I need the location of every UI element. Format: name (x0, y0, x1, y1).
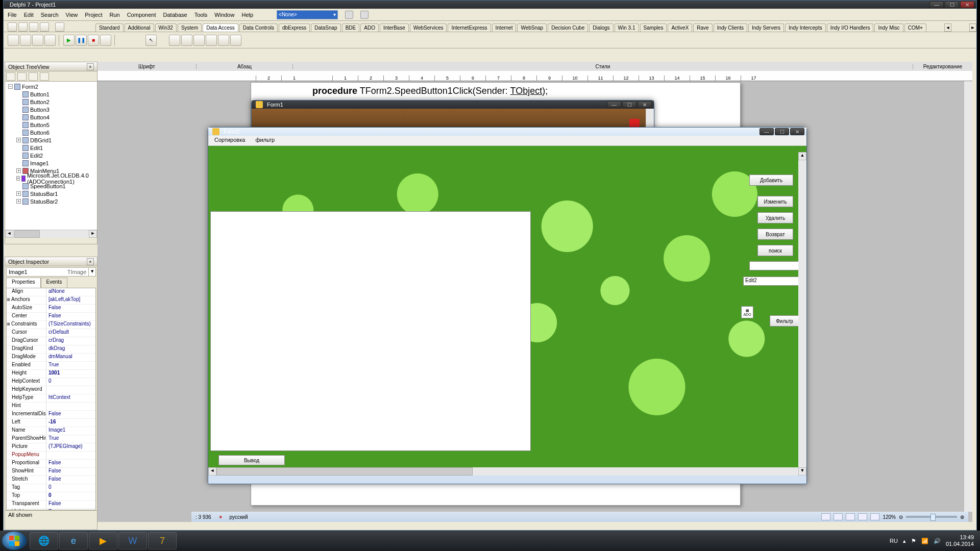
property-row[interactable]: Anchors[akLeft,akTop] (7, 296, 95, 305)
tool-new-unit[interactable] (20, 35, 31, 46)
property-row[interactable]: Tag0 (7, 484, 95, 492)
form1-minimize[interactable]: — (607, 101, 621, 108)
tray-lang[interactable]: RU (890, 538, 898, 544)
tree-node[interactable]: Button1 (6, 90, 96, 98)
tool-open[interactable] (18, 22, 28, 32)
step-button[interactable] (100, 35, 111, 46)
menu-file[interactable]: File (8, 12, 17, 18)
tool-new[interactable] (8, 22, 17, 32)
property-row[interactable]: DragModedmManual (7, 354, 95, 362)
tool-help[interactable] (55, 22, 64, 32)
palette-tab[interactable]: Standard (95, 23, 124, 32)
palette-tab[interactable]: Indy Intercepts (785, 23, 826, 32)
property-row[interactable]: Picture(TJPEGImage) (7, 443, 95, 452)
form2-maximize[interactable]: ☐ (775, 128, 789, 135)
tree-node[interactable]: Button6 (6, 129, 96, 136)
menu-window[interactable]: Window (214, 12, 234, 18)
form2-menu-filter[interactable]: фильтр (255, 137, 275, 144)
palette-tab[interactable]: Indy Clients (714, 23, 747, 32)
property-row[interactable]: DragCursorcrDrag (7, 337, 95, 345)
tray-clock[interactable]: 13:4901.04.2014 (946, 534, 974, 547)
tree-node[interactable]: +StatusBar2 (6, 197, 96, 205)
stop-button[interactable]: ■ (88, 35, 99, 46)
palette-tab[interactable]: Indy I/O Handlers (827, 23, 874, 32)
property-row[interactable]: CursorcrDefault (7, 329, 95, 337)
palette-tab[interactable]: Additional (125, 23, 154, 32)
palette-tab[interactable]: Decision Cube (548, 23, 588, 32)
inspector-component-combo[interactable]: Image1 TImage ▾ (6, 267, 96, 277)
toolbar-icon[interactable] (345, 11, 353, 19)
property-row[interactable]: Left-16 (7, 419, 95, 427)
property-row[interactable]: StretchFalse (7, 476, 95, 484)
toolbar-icon[interactable] (360, 11, 369, 19)
zoom-in[interactable]: ⊕ (960, 514, 964, 520)
form2-designer[interactable]: Form2 — ☐ ✕ Сортировка фильтр Добавить И… (208, 127, 807, 484)
ado-connection-icon[interactable]: ▦ADO (741, 306, 753, 318)
taskbar-ie[interactable]: e (59, 532, 88, 549)
menu-search[interactable]: Search (41, 12, 59, 18)
palette-tab[interactable]: Win32 (155, 23, 177, 32)
palette-tab[interactable]: COM+ (904, 23, 926, 32)
pause-button[interactable]: ❚❚ (76, 35, 87, 46)
palette-comp-2[interactable] (181, 35, 192, 46)
edit2-input[interactable]: Edit2 (743, 277, 804, 286)
tree-node[interactable]: Edit2 (6, 152, 96, 159)
property-row[interactable]: DragKinddkDrag (7, 345, 95, 354)
palette-pointer[interactable]: ↖ (145, 35, 157, 46)
inspector-close[interactable]: × (87, 258, 94, 265)
menu-view[interactable]: View (66, 12, 78, 18)
tool-new-form[interactable] (8, 35, 19, 46)
property-row[interactable]: Hint (7, 403, 95, 411)
property-row[interactable]: Height1001 (7, 370, 95, 378)
property-row[interactable]: CenterFalse (7, 313, 95, 321)
delphi-titlebar[interactable]: Delphi 7 - Project1 — ☐ ✕ (4, 1, 976, 9)
maximize-button[interactable]: ☐ (945, 1, 959, 8)
form2-hscroll[interactable]: ◄► (208, 467, 806, 475)
form1-close[interactable]: ✕ (638, 101, 652, 108)
property-row[interactable]: NameImage1 (7, 427, 95, 435)
tree-hscroll[interactable]: ◄► (5, 230, 97, 238)
tree-node[interactable]: +Microsoft.Jet.OLEDB.4.0 (ADOConnection1… (6, 174, 96, 182)
tabs-scroll-left[interactable]: ◄ (944, 23, 951, 32)
menu-project[interactable]: Project (85, 12, 102, 18)
section-font[interactable]: Шрифт (97, 64, 197, 69)
tv-tool-2[interactable] (17, 72, 27, 81)
palette-tab[interactable]: Data Controls (239, 23, 278, 32)
property-row[interactable]: TransparentFalse (7, 500, 95, 509)
property-row[interactable]: ProportionalFalse (7, 460, 95, 468)
palette-tab[interactable]: ADO (360, 23, 379, 32)
view-mode-5[interactable] (870, 513, 879, 520)
tool-save[interactable] (29, 22, 38, 32)
exit-button[interactable]: Вывод (218, 455, 285, 465)
zoom-slider[interactable] (906, 516, 957, 518)
form2-close[interactable]: ✕ (790, 128, 804, 135)
tree-node[interactable]: Image1 (6, 159, 96, 167)
form2-minimize[interactable]: — (760, 128, 774, 135)
tv-tool-1[interactable] (6, 72, 15, 81)
tray-network-icon[interactable]: 📶 (921, 538, 928, 544)
minimize-button[interactable]: — (929, 1, 944, 8)
inspector-tab-events[interactable]: Events (41, 278, 68, 288)
palette-tab[interactable]: Rave (693, 23, 712, 32)
start-button[interactable] (2, 532, 27, 550)
view-mode-2[interactable] (834, 513, 843, 520)
property-row[interactable]: HelpKeyword (7, 386, 95, 394)
palette-tab[interactable]: InternetExpress (448, 23, 491, 32)
view-mode-3[interactable] (846, 513, 855, 520)
property-row[interactable]: ShowHintFalse (7, 468, 95, 476)
tool-view-form[interactable] (44, 35, 56, 46)
add-button[interactable]: Добавить (749, 174, 793, 186)
tray-flag-icon[interactable]: ⚑ (911, 538, 916, 544)
palette-tab[interactable]: Samples (640, 23, 667, 32)
property-row[interactable]: ParentShowHintTrue (7, 435, 95, 443)
palette-tab[interactable]: Indy Misc (874, 23, 903, 32)
form1-maximize[interactable]: ☐ (622, 101, 636, 108)
taskbar-word[interactable]: W (118, 532, 147, 549)
menu-tools[interactable]: Tools (194, 12, 208, 18)
return-button[interactable]: Возврат (757, 229, 793, 240)
palette-tab[interactable]: WebSnap (517, 23, 547, 32)
section-edit[interactable]: Редактирование (913, 64, 972, 69)
palette-comp-5[interactable] (218, 35, 229, 46)
tree-node[interactable]: Button5 (6, 121, 96, 129)
palette-tab[interactable]: dbExpress (279, 23, 310, 32)
